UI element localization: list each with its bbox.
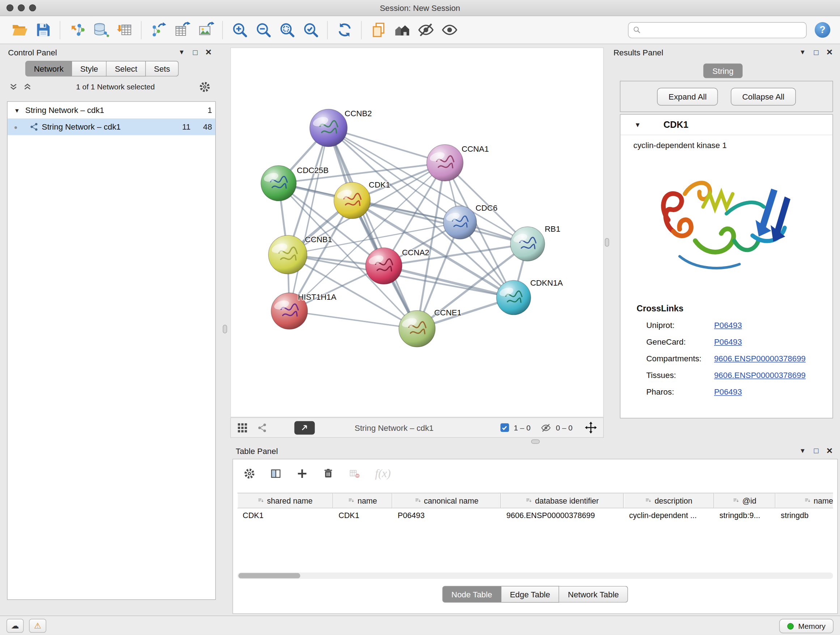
tab-style[interactable]: Style bbox=[72, 61, 107, 76]
search-input[interactable] bbox=[644, 26, 802, 35]
left-splitter-handle[interactable] bbox=[223, 325, 227, 333]
collapse-panel-icon[interactable]: ▼ bbox=[799, 49, 806, 55]
crosslink-link[interactable]: 9606.ENSP00000378699 bbox=[714, 371, 806, 379]
protein-card-header[interactable]: ▼ CDK1 bbox=[621, 115, 832, 135]
table-settings-gear-icon[interactable] bbox=[244, 468, 255, 479]
column-header-name[interactable]: name bbox=[333, 494, 393, 508]
float-panel-icon[interactable]: □ bbox=[193, 49, 197, 56]
tab-network-table[interactable]: Network Table bbox=[559, 586, 628, 602]
export-table-button[interactable] bbox=[170, 18, 194, 42]
crosslink-link[interactable]: 9606.ENSP00000378699 bbox=[714, 354, 806, 363]
hidden-eye-slash-icon[interactable] bbox=[541, 423, 551, 432]
float-panel-icon[interactable]: □ bbox=[814, 49, 819, 56]
search-box[interactable] bbox=[628, 22, 807, 38]
network-share-icon[interactable] bbox=[257, 423, 267, 432]
network-canvas[interactable]: CCNB2CCNA1CDC25BCDK1CDC6RB1CCNB1CCNA2CDK… bbox=[231, 48, 604, 417]
close-panel-icon[interactable]: × bbox=[827, 445, 833, 455]
network-node-ccna2[interactable] bbox=[365, 248, 402, 284]
show-graphics-details-button[interactable] bbox=[437, 18, 461, 42]
export-image-button[interactable] bbox=[194, 18, 218, 42]
tab-select[interactable]: Select bbox=[107, 61, 146, 76]
window-minimize-button[interactable] bbox=[18, 4, 25, 11]
warnings-button[interactable]: ⚠ bbox=[29, 618, 46, 632]
import-network-database-button[interactable] bbox=[88, 18, 112, 42]
import-network-button[interactable] bbox=[65, 18, 88, 42]
table-cell[interactable]: cyclin-dependent ... bbox=[624, 508, 714, 523]
close-panel-icon[interactable]: × bbox=[205, 47, 212, 57]
crosslink-link[interactable]: P06493 bbox=[714, 320, 742, 329]
export-network-button[interactable] bbox=[147, 18, 170, 42]
column-header-namespace[interactable]: namespace bbox=[775, 494, 833, 508]
crosslink-link[interactable]: P06493 bbox=[714, 337, 742, 346]
network-node-cdc25b[interactable] bbox=[261, 165, 296, 201]
table-cell[interactable]: stringdb bbox=[775, 508, 833, 523]
detach-view-button[interactable] bbox=[294, 421, 315, 434]
table-cell[interactable]: 9606.ENSP00000378699 bbox=[501, 508, 624, 523]
table-cell[interactable]: stringdb:9... bbox=[714, 508, 775, 523]
column-header-shared-name[interactable]: shared name bbox=[237, 494, 333, 508]
pan-move-icon[interactable] bbox=[585, 422, 597, 434]
expand-all-tree-icon[interactable] bbox=[9, 82, 18, 91]
network-edge[interactable] bbox=[289, 311, 417, 329]
help-button[interactable]: ? bbox=[815, 22, 830, 38]
network-collection-row[interactable]: ▼ String Network – cdk1 1 bbox=[8, 102, 215, 119]
zoom-out-button[interactable] bbox=[251, 18, 275, 42]
zoom-fit-button[interactable] bbox=[275, 18, 298, 42]
hide-graphics-details-button[interactable] bbox=[414, 18, 437, 42]
network-node-rb1[interactable] bbox=[510, 226, 545, 261]
table-cell[interactable]: CDK1 bbox=[237, 508, 333, 523]
import-table-button[interactable] bbox=[112, 18, 136, 42]
welcome-screen-button[interactable] bbox=[390, 18, 414, 42]
column-header-database-identifier[interactable]: database identifier bbox=[501, 494, 624, 508]
window-close-button[interactable] bbox=[6, 4, 13, 11]
open-session-button[interactable] bbox=[8, 18, 31, 42]
network-row-selected[interactable]: ● String Network – cdk1 11 48 bbox=[8, 119, 215, 135]
network-node-cdkn1a[interactable] bbox=[496, 280, 531, 315]
bottom-splitter-handle[interactable] bbox=[531, 440, 540, 444]
collapse-all-tree-icon[interactable] bbox=[23, 82, 32, 91]
close-panel-icon[interactable]: × bbox=[827, 47, 833, 57]
collapse-all-button[interactable]: Collapse All bbox=[731, 88, 796, 105]
grid-view-icon[interactable] bbox=[237, 423, 248, 432]
tab-edge-table[interactable]: Edge Table bbox=[501, 586, 559, 602]
tab-node-table[interactable]: Node Table bbox=[442, 586, 501, 602]
expand-all-button[interactable]: Expand All bbox=[657, 88, 718, 105]
float-panel-icon[interactable]: □ bbox=[814, 447, 819, 455]
zoom-in-button[interactable] bbox=[227, 18, 251, 42]
network-node-cdk1[interactable] bbox=[334, 182, 370, 219]
zoom-selected-button[interactable] bbox=[299, 18, 322, 42]
tab-network[interactable]: Network bbox=[25, 61, 72, 76]
scrollbar-thumb[interactable] bbox=[238, 573, 300, 578]
protein-caret-icon[interactable]: ▼ bbox=[635, 121, 641, 128]
column-header--id[interactable]: @id bbox=[714, 494, 775, 508]
network-graph[interactable]: CCNB2CCNA1CDC25BCDK1CDC6RB1CCNB1CCNA2CDK… bbox=[231, 48, 603, 417]
memory-button[interactable]: Memory bbox=[780, 619, 834, 633]
table-row[interactable]: CDK1CDK1P064939606.ENSP00000378699cyclin… bbox=[237, 508, 833, 523]
network-node-cdc6[interactable] bbox=[443, 206, 477, 239]
network-node-ccne1[interactable] bbox=[399, 310, 435, 347]
selected-checkbox[interactable] bbox=[500, 423, 509, 432]
collapse-panel-icon[interactable]: ▼ bbox=[178, 49, 185, 55]
network-edge[interactable] bbox=[289, 128, 328, 311]
right-splitter-handle[interactable] bbox=[605, 238, 609, 247]
refresh-view-button[interactable] bbox=[332, 18, 356, 42]
table-cell[interactable]: CDK1 bbox=[333, 508, 393, 523]
network-node-ccnb1[interactable] bbox=[268, 235, 307, 274]
tab-sets[interactable]: Sets bbox=[146, 61, 179, 76]
network-node-ccnb2[interactable] bbox=[309, 109, 347, 147]
table-horizontal-scrollbar[interactable] bbox=[237, 572, 833, 579]
window-zoom-button[interactable] bbox=[29, 4, 36, 11]
show-columns-icon[interactable] bbox=[270, 468, 281, 479]
column-header-canonical-name[interactable]: canonical name bbox=[392, 494, 501, 508]
column-header-description[interactable]: description bbox=[624, 494, 714, 508]
delete-trash-icon[interactable] bbox=[323, 468, 334, 479]
network-node-ccna1[interactable] bbox=[427, 144, 463, 181]
collapse-panel-icon[interactable]: ▼ bbox=[799, 448, 806, 454]
results-tab-string[interactable]: String bbox=[703, 64, 743, 78]
network-edge[interactable] bbox=[328, 128, 417, 329]
table-cell[interactable]: P06493 bbox=[392, 508, 501, 523]
crosslink-link[interactable]: P06493 bbox=[714, 387, 742, 396]
save-session-button[interactable] bbox=[31, 18, 55, 42]
cloud-button[interactable]: ☁ bbox=[6, 618, 24, 632]
network-options-gear-icon[interactable] bbox=[199, 81, 210, 92]
